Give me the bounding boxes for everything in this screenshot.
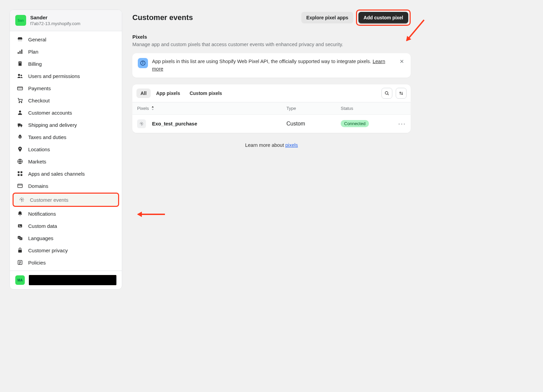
sidebar-item-customer-events[interactable]: Customer events xyxy=(13,193,119,207)
search-icon[interactable] xyxy=(381,88,392,99)
info-banner-text: App pixels in this list are using Shopif… xyxy=(152,58,394,73)
svg-line-55 xyxy=(142,124,143,125)
sidebar-item-custom-data[interactable]: Custom data xyxy=(12,220,120,232)
svg-text:文: 文 xyxy=(20,238,22,240)
sidebar-item-label: Users and permissions xyxy=(28,73,80,79)
svg-point-12 xyxy=(21,126,22,127)
row-actions-menu-icon[interactable]: ··· xyxy=(392,120,406,128)
add-custom-pixel-button[interactable]: Add custom pixel xyxy=(358,12,408,23)
explore-pixel-apps-button[interactable]: Explore pixel apps xyxy=(301,12,354,23)
sidebar-item-languages[interactable]: A文Languages xyxy=(12,232,120,244)
sidebar-item-locations[interactable]: Locations xyxy=(12,143,120,155)
sidebar-item-label: Domains xyxy=(28,183,48,189)
sidebar-item-users-and-permissions[interactable]: Users and permissions xyxy=(12,70,120,82)
svg-point-49 xyxy=(141,123,142,124)
svg-rect-2 xyxy=(21,50,22,54)
sidebar-item-customer-privacy[interactable]: Customer privacy xyxy=(12,244,120,256)
svg-point-10 xyxy=(19,111,21,113)
svg-rect-6 xyxy=(18,87,23,90)
sidebar-item-label: Languages xyxy=(28,235,53,241)
svg-rect-16 xyxy=(18,171,19,173)
sidebar-item-label: Checkout xyxy=(28,98,50,103)
svg-line-54 xyxy=(140,122,141,123)
sidebar-item-apps-and-sales-channels[interactable]: Apps and sales channels xyxy=(12,168,120,180)
svg-rect-17 xyxy=(21,171,22,173)
pixel-icon xyxy=(137,119,146,128)
column-header-type[interactable]: Type xyxy=(286,106,341,111)
sidebar-item-label: Shipping and delivery xyxy=(28,122,77,128)
user-avatar[interactable]: MA xyxy=(15,275,25,285)
sidebar-item-label: Customer events xyxy=(30,197,68,203)
sidebar-item-label: Apps and sales channels xyxy=(28,171,85,177)
svg-point-47 xyxy=(385,92,388,94)
sidebar-item-policies[interactable]: Policies xyxy=(12,256,120,269)
sidebar-item-label: Notifications xyxy=(28,211,56,217)
svg-point-22 xyxy=(21,199,22,200)
sidebar-item-label: Locations xyxy=(28,146,50,152)
pixels-table: All App pixels Custom pixels Pixels Type… xyxy=(132,84,411,133)
svg-rect-31 xyxy=(19,225,20,226)
table-row[interactable]: Exo_test_purchase Custom Connected ··· xyxy=(132,114,411,133)
tab-app-pixels[interactable]: App pixels xyxy=(152,89,184,98)
svg-rect-19 xyxy=(21,174,22,176)
info-banner: App pixels in this list are using Shopif… xyxy=(132,53,411,78)
sidebar-item-label: Billing xyxy=(28,61,42,67)
svg-point-9 xyxy=(21,102,22,103)
sidebar-item-label: Payments xyxy=(28,85,51,91)
tab-all[interactable]: All xyxy=(136,89,151,98)
tab-custom-pixels[interactable]: Custom pixels xyxy=(186,89,226,98)
svg-rect-37 xyxy=(18,250,22,253)
billing-icon xyxy=(17,60,23,67)
shop-name: Sander xyxy=(30,15,80,20)
sidebar-item-checkout[interactable]: Checkout xyxy=(12,94,120,106)
sidebar-item-shipping-and-delivery[interactable]: Shipping and delivery xyxy=(12,119,120,131)
svg-line-28 xyxy=(23,201,23,201)
info-icon xyxy=(138,58,148,68)
sidebar-item-markets[interactable]: Markets xyxy=(12,155,120,168)
page-title: Customer events xyxy=(132,13,193,22)
sort-indicator-icon xyxy=(151,106,154,110)
shop-identity[interactable]: San Sander f7ab72-13.myshopify.com xyxy=(10,10,122,31)
sidebar-item-plan[interactable]: Plan xyxy=(12,45,120,58)
policies-icon xyxy=(17,259,23,266)
shop-avatar: San xyxy=(15,15,26,26)
sidebar-item-label: Plan xyxy=(28,49,38,55)
pixels-docs-link[interactable]: pixels xyxy=(285,142,298,148)
taxes-icon: $ xyxy=(17,134,23,140)
sidebar-item-domains[interactable]: Domains xyxy=(12,180,120,192)
close-icon[interactable] xyxy=(398,58,405,65)
sidebar-item-label: Taxes and duties xyxy=(28,134,67,140)
shipping-icon xyxy=(17,121,23,128)
svg-rect-30 xyxy=(18,224,22,228)
payments-icon xyxy=(17,85,23,92)
lock-icon xyxy=(17,247,23,254)
column-header-pixels[interactable]: Pixels xyxy=(137,106,286,111)
sidebar-item-billing[interactable]: Billing xyxy=(12,58,120,70)
svg-rect-1 xyxy=(20,51,21,54)
sidebar-item-notifications[interactable]: Notifications xyxy=(12,208,120,220)
domains-icon xyxy=(17,182,23,189)
column-header-status[interactable]: Status xyxy=(341,106,392,111)
settings-nav: GeneralPlanBillingUsers and permissionsP… xyxy=(10,31,122,271)
learn-more-footer: Learn more about pixels xyxy=(132,142,411,148)
person-icon xyxy=(17,109,23,116)
add-custom-pixel-highlight: Add custom pixel xyxy=(356,9,411,26)
sort-icon[interactable] xyxy=(396,88,407,99)
svg-point-8 xyxy=(19,102,20,103)
sidebar-item-customer-accounts[interactable]: Customer accounts xyxy=(12,106,120,119)
settings-sidebar: San Sander f7ab72-13.myshopify.com Gener… xyxy=(10,9,122,290)
sidebar-item-general[interactable]: General xyxy=(12,33,120,45)
sidebar-item-payments[interactable]: Payments xyxy=(12,82,120,94)
svg-point-44 xyxy=(143,62,143,62)
svg-rect-32 xyxy=(19,226,21,227)
pixels-section-description: Manage app and custom pixels that access… xyxy=(132,42,411,47)
sidebar-item-label: Markets xyxy=(28,159,46,164)
redacted-user-info xyxy=(29,275,116,285)
sidebar-item-label: General xyxy=(28,37,46,42)
svg-rect-3 xyxy=(19,62,21,63)
svg-point-11 xyxy=(18,126,19,127)
sidebar-item-label: Customer accounts xyxy=(28,110,72,116)
sidebar-item-label: Customer privacy xyxy=(28,248,68,253)
svg-rect-0 xyxy=(18,52,19,54)
sidebar-item-taxes-and-duties[interactable]: $Taxes and duties xyxy=(12,131,120,143)
